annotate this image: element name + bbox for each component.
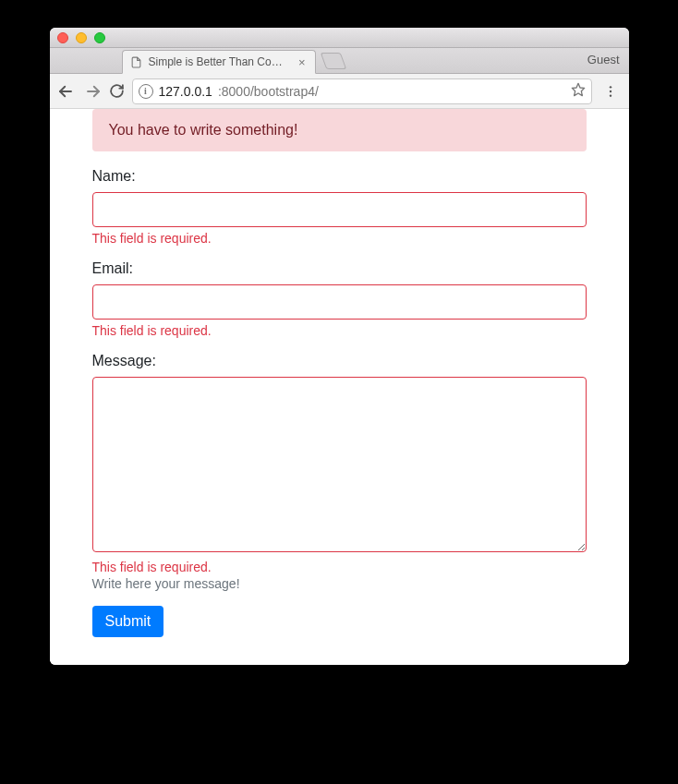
- file-icon: [130, 55, 143, 68]
- email-error: This field is required.: [92, 323, 587, 338]
- browser-tab[interactable]: Simple is Better Than Complex ×: [122, 50, 316, 74]
- svg-point-3: [609, 86, 611, 88]
- email-label: Email:: [92, 260, 587, 277]
- error-alert: You have to write something!: [92, 109, 587, 151]
- message-field-group: Message: This field is required. Write h…: [92, 353, 587, 591]
- address-path: :8000/bootstrap4/: [218, 84, 319, 99]
- address-host: 127.0.0.1: [159, 84, 212, 99]
- message-help: Write here your message!: [92, 576, 587, 591]
- page-content: You have to write something! Name: This …: [50, 109, 629, 665]
- back-button[interactable]: [57, 83, 74, 100]
- message-textarea[interactable]: [92, 377, 587, 552]
- tab-bar: Simple is Better Than Complex × Guest: [50, 48, 629, 74]
- submit-button[interactable]: Submit: [92, 606, 164, 637]
- traffic-lights: [57, 32, 105, 43]
- browser-toolbar: i 127.0.0.1:8000/bootstrap4/: [50, 74, 629, 109]
- browser-menu-button[interactable]: [599, 84, 622, 99]
- reload-button[interactable]: [109, 83, 125, 99]
- window-close-button[interactable]: [57, 32, 68, 43]
- window-minimize-button[interactable]: [76, 32, 87, 43]
- email-field-group: Email: This field is required.: [92, 260, 587, 338]
- close-tab-icon[interactable]: ×: [298, 56, 306, 68]
- svg-point-4: [609, 90, 611, 91]
- address-bar[interactable]: i 127.0.0.1:8000/bootstrap4/: [132, 78, 592, 104]
- message-label: Message:: [92, 353, 587, 369]
- svg-point-5: [609, 94, 611, 96]
- site-info-icon[interactable]: i: [139, 84, 153, 99]
- window-titlebar: [50, 28, 629, 48]
- browser-window: Simple is Better Than Complex × Guest i …: [50, 28, 629, 665]
- new-tab-button[interactable]: [320, 53, 346, 69]
- name-error: This field is required.: [92, 231, 587, 246]
- name-input[interactable]: [92, 192, 587, 227]
- forward-button[interactable]: [85, 83, 102, 100]
- name-label: Name:: [92, 168, 587, 185]
- message-error: This field is required.: [92, 560, 587, 574]
- tab-title: Simple is Better Than Complex: [149, 55, 289, 68]
- svg-marker-2: [572, 83, 584, 95]
- alert-message: You have to write something!: [109, 122, 298, 138]
- bookmark-star-icon[interactable]: [571, 82, 586, 100]
- email-input[interactable]: [92, 284, 587, 320]
- nav-arrows: [57, 83, 102, 100]
- name-field-group: Name: This field is required.: [92, 168, 587, 246]
- guest-label[interactable]: Guest: [587, 53, 620, 66]
- window-maximize-button[interactable]: [94, 32, 105, 43]
